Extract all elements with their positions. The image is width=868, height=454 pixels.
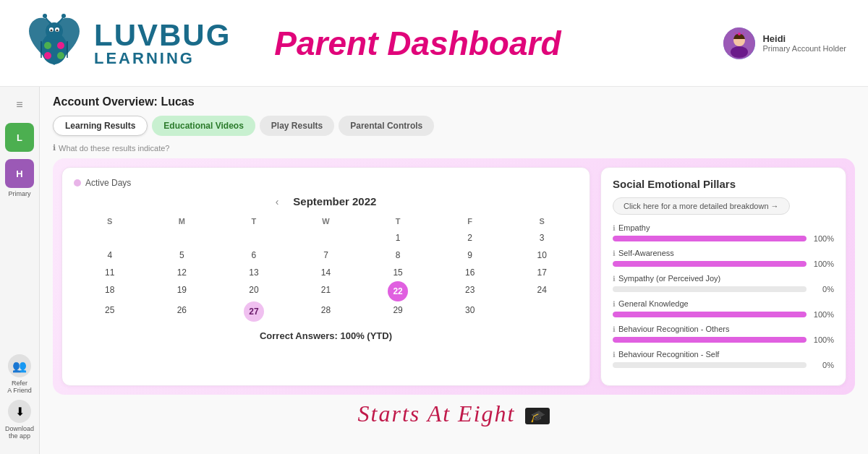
pillar-behaviour-self-label: ℹ Behaviour Recognition - Self: [613, 350, 834, 359]
calendar-card: Active Days ‹ September 2022 S M T W: [61, 167, 590, 386]
pillar-sympathy-bar-bg: [613, 286, 807, 292]
calendar-week-5: 25 26 27 28 29 30: [74, 301, 578, 322]
day-header-F: F: [434, 213, 506, 229]
cal-day-empty-2: [146, 229, 218, 247]
cal-day-25: 25: [74, 301, 146, 322]
sidebar-bottom: 👥 ReferA Friend ⬇ Downloadthe app: [5, 354, 34, 447]
tab-educational-videos[interactable]: Educational Videos: [152, 116, 255, 136]
luvbug-logo-icon: [22, 11, 87, 76]
pillar-info-icon-5: ℹ: [613, 325, 616, 333]
pillar-self-awareness-row: 100%: [613, 260, 834, 268]
svg-point-9: [57, 52, 64, 59]
cal-day-empty-end: [506, 301, 578, 322]
calendar-month: September 2022: [293, 195, 376, 207]
day-header-M: M: [146, 213, 218, 229]
sidebar-label-primary: Primary: [9, 190, 31, 197]
calendar-grid: S M T W T F S: [74, 213, 578, 322]
pillar-empathy-bar-fill: [613, 236, 807, 241]
user-info: Heidi Primary Account Holder: [762, 33, 846, 53]
cal-day-24: 24: [506, 281, 578, 301]
cal-day-14: 14: [290, 264, 362, 281]
sidebar: ≡ L H Primary 👥 ReferA Friend ⬇ Download…: [0, 87, 40, 454]
sidebar-refer[interactable]: 👥 ReferA Friend: [7, 354, 32, 394]
avatar: [723, 27, 755, 59]
tab-learning-results[interactable]: Learning Results: [53, 116, 148, 136]
pillar-empathy-row: 100%: [613, 234, 834, 243]
pillar-empathy-pct: 100%: [812, 234, 834, 243]
pillar-info-icon-3: ℹ: [613, 275, 616, 283]
hint-text: What do these results indicate?: [59, 144, 169, 153]
pillar-sympathy-label: ℹ Sympathy (or Perceived Joy): [613, 274, 834, 283]
calendar-legend: Active Days: [74, 178, 578, 188]
cal-day-21: 21: [290, 281, 362, 301]
download-icon: ⬇: [8, 400, 31, 423]
cal-day-18: 18: [74, 281, 146, 301]
cal-day-2: 2: [434, 229, 506, 247]
footer-text: Starts At Eight 🎓: [53, 395, 855, 430]
day-header-S2: S: [506, 213, 578, 229]
pillar-self-awareness-bar-fill: [613, 261, 807, 267]
logo-area: LUVBUG LEARNING: [22, 11, 231, 76]
content-area: Account Overview: Lucas Learning Results…: [40, 87, 868, 454]
day-header-S1: S: [74, 213, 146, 229]
cal-day-23: 23: [434, 281, 506, 301]
cal-day-11: 11: [74, 264, 146, 281]
svg-point-18: [731, 46, 748, 58]
pillar-behaviour-self-pct: 0%: [812, 361, 834, 369]
tab-play-results[interactable]: Play Results: [260, 116, 334, 136]
main-layout: ≡ L H Primary 👥 ReferA Friend ⬇ Download…: [0, 87, 868, 454]
pillars-breakdown-button[interactable]: Click here for a more detailed breakdown…: [613, 197, 790, 215]
sidebar-download[interactable]: ⬇ Downloadthe app: [5, 400, 34, 440]
cal-day-16: 16: [434, 264, 506, 281]
sidebar-item-H[interactable]: H: [5, 159, 34, 188]
pillar-general-knowledge-bar-fill: [613, 312, 807, 317]
pillar-behaviour-others-row: 100%: [613, 335, 834, 344]
cal-day-17: 17: [506, 264, 578, 281]
pillar-behaviour-others-bar-fill: [613, 337, 807, 343]
refer-label: ReferA Friend: [7, 380, 32, 394]
svg-point-1: [46, 22, 63, 40]
pillar-self-awareness-pct: 100%: [812, 260, 834, 268]
pillar-general-knowledge: ℹ General Knowledge 100%: [613, 299, 834, 319]
pillar-info-icon: ℹ: [613, 224, 616, 232]
cal-day-3: 3: [506, 229, 578, 247]
pillars-title: Social Emotional Pillars: [613, 178, 834, 190]
cal-day-29: 29: [362, 301, 434, 322]
pillar-empathy-bar-bg: [613, 236, 807, 241]
cal-day-20: 20: [218, 281, 290, 301]
svg-point-7: [57, 42, 64, 49]
pillar-self-awareness: ℹ Self-Awareness 100%: [613, 249, 834, 268]
cal-day-empty-4: [290, 229, 362, 247]
pillars-card: Social Emotional Pillars Click here for …: [600, 167, 846, 386]
cal-day-27-active: 27: [244, 301, 264, 322]
pillar-empathy: ℹ Empathy 100%: [613, 223, 834, 243]
legend-label: Active Days: [85, 178, 131, 188]
sidebar-item-L[interactable]: L: [5, 123, 34, 152]
calendar-day-headers: S M T W T F S: [74, 213, 578, 229]
calendar-week-3: 11 12 13 14 15 16 17: [74, 264, 578, 281]
calendar-header: ‹ September 2022: [74, 195, 578, 207]
info-icon: ℹ: [53, 143, 56, 153]
day-header-T1: T: [218, 213, 290, 229]
calendar-week-2: 4 5 6 7 8 9 10: [74, 247, 578, 264]
child-name: Lucas: [161, 95, 194, 108]
calendar-prev-button[interactable]: ‹: [276, 196, 279, 207]
user-name: Heidi: [762, 33, 846, 44]
pillar-info-icon-4: ℹ: [613, 300, 616, 308]
day-header-W: W: [290, 213, 362, 229]
hamburger-icon[interactable]: ≡: [12, 94, 27, 116]
tab-parental-controls[interactable]: Parental Controls: [339, 116, 434, 136]
download-label: Downloadthe app: [5, 425, 34, 440]
pillar-behaviour-others: ℹ Behaviour Recognition - Others 100%: [613, 325, 834, 344]
cal-day-13: 13: [218, 264, 290, 281]
pillar-behaviour-self-bar-bg: [613, 362, 807, 368]
pillar-behaviour-others-label: ℹ Behaviour Recognition - Others: [613, 325, 834, 333]
pillar-self-awareness-label: ℹ Self-Awareness: [613, 249, 834, 257]
correct-answers: Correct Answers: 100% (YTD): [74, 330, 578, 341]
svg-point-8: [44, 52, 51, 59]
svg-point-12: [51, 29, 53, 31]
account-overview-label: Account Overview:: [53, 95, 158, 108]
calendar-week-1: 1 2 3: [74, 229, 578, 247]
cal-day-empty-1: [74, 229, 146, 247]
cal-day-7: 7: [290, 247, 362, 264]
